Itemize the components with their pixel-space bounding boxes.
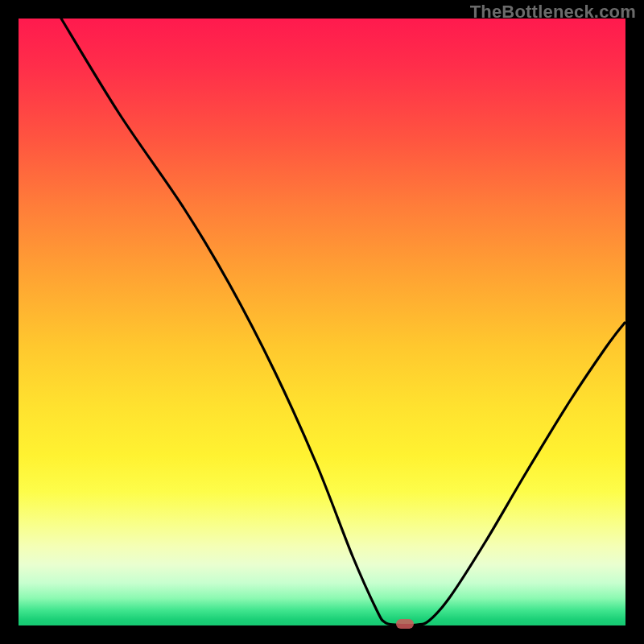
plot-area (19, 19, 625, 625)
bottleneck-curve (19, 19, 625, 625)
watermark-text: TheBottleneck.com (470, 2, 636, 23)
curve-path (61, 19, 625, 625)
optimum-marker (396, 619, 414, 629)
